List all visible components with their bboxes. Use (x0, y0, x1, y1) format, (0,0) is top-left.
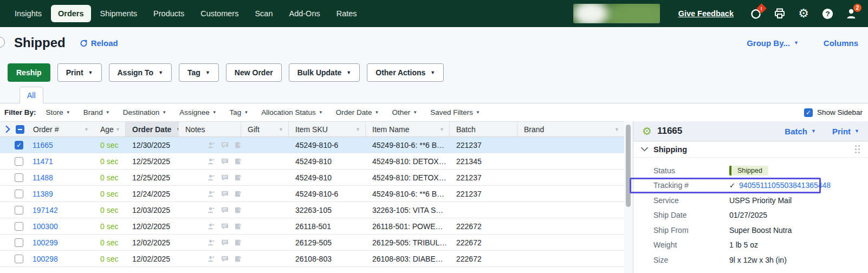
row-checkbox[interactable] (15, 173, 23, 182)
notes-icon[interactable] (221, 222, 229, 231)
table-row[interactable]: 11471 0 sec 12/25/2025 45249-810 45249-8… (0, 153, 624, 170)
edit-note-icon[interactable] (234, 190, 241, 198)
col-header-order-date[interactable]: Order Date▼ (126, 122, 179, 136)
drag-handle-icon[interactable] (855, 145, 860, 154)
notes-icon[interactable] (221, 157, 229, 166)
col-header-item-name[interactable]: Item Name▼ (366, 122, 450, 136)
edit-note-icon[interactable] (234, 173, 241, 182)
order-number-link[interactable]: 100299 (33, 238, 58, 247)
assign-user-icon[interactable] (207, 222, 216, 231)
row-checkbox[interactable]: ✓ (15, 141, 23, 150)
column-menu-icon[interactable]: ▼ (84, 127, 89, 132)
nav-item-scan[interactable]: Scan (248, 5, 280, 22)
column-menu-icon[interactable]: ▼ (355, 127, 360, 132)
nav-item-products[interactable]: Products (146, 5, 191, 22)
row-checkbox[interactable] (15, 238, 23, 247)
order-gear-icon[interactable]: ⚙ (642, 126, 652, 136)
table-row[interactable]: 100298 0 sec 12/02/2025 26108-803 26108-… (0, 251, 624, 267)
filter-tag[interactable]: Tag▼ (230, 108, 249, 116)
notes-icon[interactable] (221, 206, 229, 214)
collapse-chevron-icon[interactable] (641, 147, 648, 152)
row-checkbox[interactable] (15, 222, 23, 231)
assign-user-icon[interactable] (207, 255, 216, 263)
order-number-link[interactable]: 11488 (33, 173, 53, 182)
col-header-age[interactable]: Age▼ (94, 122, 126, 136)
order-number-link[interactable]: 100298 (33, 255, 58, 263)
assign-to-dropdown-button[interactable]: Assign To▼ (109, 63, 172, 82)
tracking-number-link[interactable]: 9405511105503841365448 (739, 181, 831, 190)
filter-order-date[interactable]: Order Date▼ (336, 108, 379, 116)
refresh-button[interactable]: ! (747, 4, 765, 23)
print-nav-button[interactable] (770, 4, 789, 23)
table-row[interactable]: 197142 0 sec 12/03/2025 32263-105 32263-… (0, 202, 624, 218)
detail-print-dropdown[interactable]: Print▼ (832, 127, 859, 136)
settings-button[interactable]: ⚙ (794, 4, 813, 23)
notes-icon[interactable] (221, 141, 229, 150)
order-number-link[interactable]: 197142 (33, 206, 58, 214)
table-row[interactable]: 100300 0 sec 12/02/2025 26118-501 26118-… (0, 218, 624, 235)
give-feedback-link[interactable]: Give Feedback (678, 9, 734, 18)
row-checkbox[interactable] (15, 255, 23, 263)
user-menu-button[interactable]: 2 (842, 4, 860, 23)
filter-saved-filters[interactable]: Saved Filters▼ (430, 108, 480, 116)
table-row[interactable]: 11488 0 sec 12/25/2025 45249-810 45249-8… (0, 170, 624, 186)
tag-dropdown-button[interactable]: Tag▼ (179, 63, 219, 82)
reload-button[interactable]: Reload (80, 38, 118, 48)
detail-batch-dropdown[interactable]: Batch▼ (785, 127, 816, 136)
notes-icon[interactable] (221, 190, 229, 198)
filter-store[interactable]: Store▼ (46, 108, 70, 116)
notes-icon[interactable] (221, 173, 229, 182)
row-checkbox[interactable] (15, 206, 23, 214)
column-menu-icon[interactable]: ▼ (278, 127, 283, 132)
order-number-link[interactable]: 11665 (33, 141, 53, 150)
order-number-link[interactable]: 11471 (33, 157, 53, 166)
edit-note-icon[interactable] (234, 206, 241, 214)
assign-user-icon[interactable] (207, 238, 216, 247)
nav-item-orders[interactable]: Orders (51, 5, 91, 22)
show-sidebar-checkbox[interactable]: ✓ (804, 108, 813, 117)
column-menu-icon[interactable]: ▼ (115, 127, 120, 132)
expand-all-chevron[interactable] (5, 126, 11, 133)
notes-icon[interactable] (221, 238, 229, 247)
filter-assignee[interactable]: Assignee▼ (179, 108, 216, 116)
col-header-order[interactable]: Order # (33, 125, 59, 134)
nav-item-insights[interactable]: Insights (8, 5, 49, 22)
table-row[interactable]: 11389 0 sec 12/24/2025 45249-810-6 45249… (0, 186, 624, 202)
row-checkbox[interactable] (15, 157, 23, 166)
vertical-scrollbar[interactable] (624, 121, 633, 273)
group-by-dropdown[interactable]: Group By... ▼ (747, 38, 799, 48)
assign-user-icon[interactable] (207, 206, 216, 214)
col-header-brand[interactable]: Brand▼ (517, 122, 624, 136)
col-header-batch[interactable]: Batch (450, 122, 517, 136)
bulk-update-dropdown-button[interactable]: Bulk Update▼ (289, 63, 360, 82)
nav-item-rates[interactable]: Rates (329, 5, 364, 22)
edit-note-icon[interactable] (234, 157, 241, 166)
table-row[interactable]: 100299 0 sec 12/02/2025 26129-505 26129-… (0, 235, 624, 251)
filter-allocation-status[interactable]: Allocation Status▼ (261, 108, 322, 116)
assign-user-icon[interactable] (207, 190, 216, 198)
notes-icon[interactable] (221, 255, 229, 263)
col-header-item-sku[interactable]: Item SKU▼ (289, 122, 366, 136)
assign-user-icon[interactable] (207, 157, 216, 166)
help-button[interactable]: ? (818, 4, 837, 23)
table-row[interactable]: ✓ 11665 0 sec 12/30/2025 45249-810-6 452… (0, 137, 624, 153)
panel-toggle-icon[interactable] (0, 37, 5, 48)
edit-note-icon[interactable] (234, 255, 241, 263)
assign-user-icon[interactable] (207, 141, 216, 150)
edit-note-icon[interactable] (234, 222, 241, 231)
row-checkbox[interactable] (15, 190, 23, 198)
reship-button[interactable]: Reship (8, 63, 50, 82)
filter-other[interactable]: Other▼ (392, 108, 418, 116)
col-header-gift[interactable]: Gift▼ (241, 122, 289, 136)
new-order-button[interactable]: New Order (226, 63, 282, 82)
order-number-link[interactable]: 11389 (33, 190, 53, 198)
edit-note-icon[interactable] (234, 238, 241, 247)
edit-note-icon[interactable] (234, 141, 241, 150)
print-dropdown-button[interactable]: Print▼ (57, 63, 102, 82)
col-header-notes[interactable]: Notes (179, 122, 241, 136)
column-menu-icon[interactable]: ▼ (439, 127, 444, 132)
column-menu-icon[interactable]: ▼ (614, 127, 619, 132)
nav-item-customers[interactable]: Customers (193, 5, 245, 22)
scrollbar-thumb[interactable] (626, 125, 631, 207)
select-all-checkbox[interactable] (16, 125, 24, 134)
